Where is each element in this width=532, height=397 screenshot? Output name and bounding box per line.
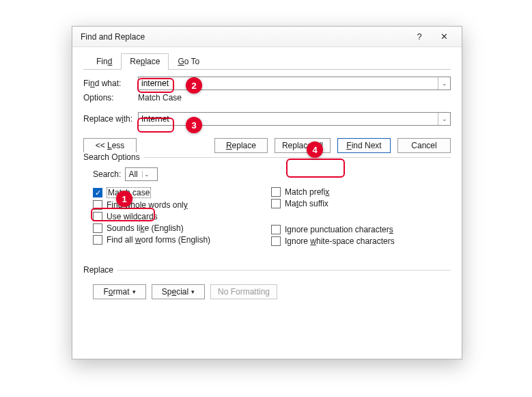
- checkbox-label: Match suffix: [285, 199, 328, 208]
- replace-all-button[interactable]: Replace All: [275, 138, 331, 153]
- close-button[interactable]: ✕: [432, 29, 456, 45]
- checkbox-icon: [271, 236, 281, 246]
- tab-goto[interactable]: Go To: [169, 53, 208, 70]
- special-button[interactable]: Special ▾: [152, 284, 205, 299]
- dialog-content: Find Replace Go To Find what: ⌄ Options:…: [72, 47, 462, 307]
- caret-down-icon: ▾: [191, 288, 195, 295]
- format-button[interactable]: Format ▾: [93, 284, 146, 299]
- replace-button[interactable]: Replace: [214, 138, 268, 153]
- checkbox-icon: ✓: [93, 188, 102, 197]
- checkbox-columns: ✓Match caseFind whole words onlyUse wild…: [93, 185, 449, 248]
- format-buttons: Format ▾ Special ▾ No Formatting: [83, 284, 451, 299]
- search-options: Search: All ⌄ ✓Match caseFind whole word…: [83, 167, 451, 251]
- left-checkbox-0[interactable]: ✓Match case: [93, 187, 271, 198]
- checkbox-icon: [93, 235, 102, 245]
- tabs: Find Replace Go To: [83, 53, 451, 70]
- window-title: Find and Replace: [81, 32, 407, 42]
- replace-legend: Replace: [83, 265, 117, 275]
- checkbox-label: Match case: [107, 187, 151, 198]
- options-value: Match Case: [138, 93, 182, 102]
- replace-with-label: Replace with:: [83, 114, 138, 124]
- find-what-input[interactable]: ⌄: [138, 77, 451, 90]
- left-col: ✓Match caseFind whole words onlyUse wild…: [93, 185, 271, 248]
- chevron-down-icon: ⌄: [142, 171, 152, 178]
- right-checkbox-3[interactable]: Ignore punctuation characters: [271, 225, 449, 234]
- find-replace-dialog: Find and Replace ? ✕ Find Replace Go To …: [72, 26, 462, 359]
- search-options-group: Search Options: [83, 157, 451, 167]
- right-col: Match prefixMatch suffixIgnore punctuati…: [271, 185, 449, 248]
- left-checkbox-2[interactable]: Use wildcards: [93, 212, 271, 221]
- find-what-row: Find what: ⌄: [83, 77, 451, 90]
- replace-with-row: Replace with: ⌄: [83, 112, 451, 126]
- checkbox-label: Find all word forms (English): [107, 235, 210, 245]
- search-label: Search:: [93, 169, 121, 179]
- checkbox-icon: [93, 200, 102, 210]
- cancel-button[interactable]: Cancel: [397, 138, 451, 153]
- search-options-legend: Search Options: [83, 152, 144, 162]
- titlebar: Find and Replace ? ✕: [72, 27, 462, 47]
- caret-down-icon: ▾: [132, 288, 136, 295]
- checkbox-icon: [93, 212, 102, 221]
- options-label: Options:: [83, 93, 138, 102]
- tab-find[interactable]: Find: [87, 53, 121, 70]
- checkbox-icon: [271, 199, 281, 208]
- replace-format-group: Replace Format ▾ Special ▾ No Formatting: [83, 270, 451, 299]
- right-checkbox-1[interactable]: Match suffix: [271, 199, 449, 208]
- checkbox-label: Use wildcards: [107, 212, 158, 221]
- checkbox-icon: [271, 187, 281, 197]
- checkbox-label: Ignore white-space characters: [285, 236, 395, 246]
- checkbox-label: Ignore punctuation characters: [285, 225, 393, 234]
- find-next-button[interactable]: Find Next: [337, 138, 391, 153]
- find-what-dropdown[interactable]: ⌄: [438, 77, 450, 90]
- search-direction-row: Search: All ⌄: [93, 167, 449, 181]
- checkbox-label: Match prefix: [285, 187, 329, 197]
- checkbox-label: Find whole words only: [107, 200, 188, 210]
- right-checkbox-4[interactable]: Ignore white-space characters: [271, 236, 449, 246]
- close-icon: ✕: [440, 31, 448, 42]
- no-formatting-button[interactable]: No Formatting: [210, 284, 277, 299]
- replace-with-input[interactable]: ⌄: [138, 112, 451, 126]
- less-button[interactable]: << Less: [83, 138, 137, 153]
- replace-with-field[interactable]: [139, 113, 438, 125]
- action-buttons: << Less Replace Replace All Find Next Ca…: [83, 138, 451, 153]
- find-what-label: Find what:: [83, 79, 138, 88]
- find-options-row: Options: Match Case: [83, 93, 451, 102]
- left-checkbox-3[interactable]: Sounds like (English): [93, 223, 271, 233]
- help-button[interactable]: ?: [407, 29, 432, 45]
- tab-replace[interactable]: Replace: [121, 53, 169, 70]
- search-direction-select[interactable]: All ⌄: [125, 167, 158, 181]
- find-what-field[interactable]: [139, 77, 438, 90]
- left-checkbox-4[interactable]: Find all word forms (English): [93, 235, 271, 245]
- checkbox-icon: [271, 225, 281, 234]
- right-checkbox-0[interactable]: Match prefix: [271, 187, 449, 197]
- checkbox-label: Sounds like (English): [107, 223, 184, 233]
- left-checkbox-1[interactable]: Find whole words only: [93, 200, 271, 210]
- replace-with-dropdown[interactable]: ⌄: [438, 113, 450, 125]
- checkbox-icon: [93, 223, 102, 233]
